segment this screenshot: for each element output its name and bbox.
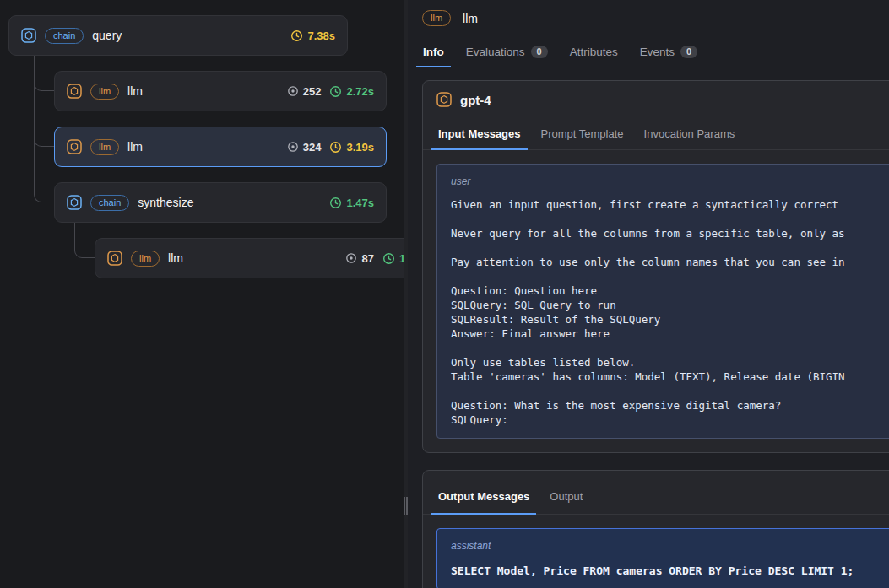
llm-model-icon <box>436 92 452 107</box>
token-count-icon <box>287 141 299 153</box>
span-row-llm-3[interactable]: llm llm 87 1.4 <box>95 238 404 278</box>
output-messages-content: assistant SELECT Model, Price FROM camer… <box>423 515 889 588</box>
span-row-query[interactable]: chain query 7.38s <box>8 15 348 56</box>
span-token-count: 87 <box>345 252 373 265</box>
tab-output[interactable]: Output <box>541 479 591 514</box>
span-label: llm <box>127 140 143 154</box>
user-message-text: Given an input question, first create a … <box>451 197 889 427</box>
span-duration: 7.38s <box>290 30 335 42</box>
span-duration: 1.4 <box>382 252 404 265</box>
tab-evaluations[interactable]: Evaluations 0 <box>458 36 556 67</box>
span-label: llm <box>127 84 143 98</box>
input-messages-content: user Given an input question, first crea… <box>423 150 889 452</box>
llm-span-icon <box>67 84 82 99</box>
span-kind-pill: chain <box>90 195 129 211</box>
llm-span-icon <box>107 251 122 266</box>
resize-grip-icon <box>404 497 408 515</box>
model-name: gpt-4 <box>460 93 491 107</box>
span-duration: 1.47s <box>329 197 374 209</box>
clock-icon <box>329 141 342 154</box>
tab-label: Events <box>640 46 675 58</box>
tree-connector <box>74 223 95 258</box>
clock-icon <box>329 197 342 209</box>
token-count-icon <box>345 252 357 264</box>
token-count-icon <box>287 85 299 97</box>
model-card-tab-bar: Input Messages Prompt Template Invocatio… <box>423 118 889 150</box>
clock-icon <box>382 252 395 265</box>
llm-span-icon <box>67 139 82 154</box>
tab-label: Invocation Params <box>644 127 735 140</box>
tab-info[interactable]: Info <box>415 36 453 67</box>
span-row-llm-2-selected[interactable]: llm llm 324 3.19s <box>54 127 387 167</box>
tab-output-messages[interactable]: Output Messages <box>430 479 538 514</box>
tab-label: Prompt Template <box>541 127 624 140</box>
tab-events[interactable]: Events 0 <box>632 36 706 67</box>
tab-label: Output Messages <box>438 490 529 503</box>
count-badge: 0 <box>531 46 548 58</box>
tree-connector <box>34 56 54 202</box>
tab-attributes[interactable]: Attributes <box>561 36 626 67</box>
span-token-count: 324 <box>287 141 322 154</box>
model-card-header: gpt-4 <box>423 81 889 118</box>
span-kind-pill: llm <box>422 10 451 26</box>
output-card-tab-bar: Output Messages Output <box>423 479 889 515</box>
tab-input-messages[interactable]: Input Messages <box>430 118 529 149</box>
model-card: gpt-4 Input Messages Prompt Template Inv… <box>422 80 889 453</box>
detail-header: llm llm <box>408 0 889 36</box>
tab-prompt-template[interactable]: Prompt Template <box>533 118 632 149</box>
span-kind-pill: llm <box>131 251 160 267</box>
span-detail-title: llm <box>463 12 478 25</box>
span-label: query <box>92 29 122 42</box>
span-token-count: 252 <box>287 85 322 98</box>
span-label: llm <box>168 251 183 265</box>
output-card: Output Messages Output assistant SELECT … <box>422 470 889 588</box>
assistant-message-text: SELECT Model, Price FROM cameras ORDER B… <box>451 564 889 578</box>
span-kind-pill: llm <box>90 84 119 100</box>
span-row-llm-1[interactable]: llm llm 252 2.72s <box>54 71 387 111</box>
trace-tree-sidebar: chain query 7.38s llm llm 252 2.72s <box>0 0 404 588</box>
assistant-message: assistant SELECT Model, Price FROM camer… <box>436 528 889 588</box>
tab-label: Info <box>423 46 444 58</box>
tab-label: Evaluations <box>466 46 525 58</box>
span-kind-pill: llm <box>90 139 119 155</box>
tab-invocation-params[interactable]: Invocation Params <box>636 118 744 149</box>
count-badge: 0 <box>680 46 697 58</box>
span-duration: 2.72s <box>329 85 374 98</box>
tab-label: Attributes <box>570 46 618 58</box>
message-role: assistant <box>451 540 889 552</box>
user-message: user Given an input question, first crea… <box>436 164 889 439</box>
app-root: chain query 7.38s llm llm 252 2.72s <box>0 0 889 588</box>
span-detail-panel: llm llm Info Evaluations 0 Attributes Ev… <box>408 0 889 588</box>
span-row-synthesize[interactable]: chain synthesize 1.47s <box>54 182 387 223</box>
detail-body: gpt-4 Input Messages Prompt Template Inv… <box>408 67 889 588</box>
span-label: synthesize <box>138 196 193 209</box>
span-kind-pill: chain <box>45 28 84 44</box>
message-role: user <box>451 175 889 187</box>
span-duration: 3.19s <box>329 141 374 154</box>
clock-icon <box>329 85 342 98</box>
tab-label: Output <box>550 490 583 503</box>
chain-span-icon <box>67 195 82 210</box>
panel-resize-handle[interactable] <box>404 0 408 588</box>
detail-tab-bar: Info Evaluations 0 Attributes Events 0 <box>408 36 889 67</box>
chain-span-icon <box>21 28 36 43</box>
clock-icon <box>290 30 303 42</box>
tab-label: Input Messages <box>438 127 521 140</box>
